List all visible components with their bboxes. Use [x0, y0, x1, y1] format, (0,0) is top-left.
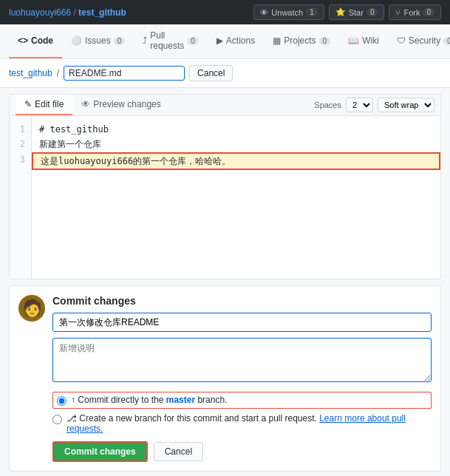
code-line-2: 新建第一个仓库 — [39, 137, 433, 152]
commit-description-textarea[interactable] — [52, 338, 432, 382]
star-icon: ⭐ — [335, 7, 346, 17]
editor-options: Spaces 2 4 Soft wrap No wrap — [314, 98, 434, 112]
pr-icon: ⤴ — [143, 35, 147, 46]
repo-actions: 👁 Unwatch 1 ⭐ Star 0 ⑂ Fork 0 — [253, 4, 441, 20]
commit-direct-option: ↑ Commit directly to the master branch. — [52, 392, 432, 409]
breadcrumb-repo[interactable]: test_github — [9, 68, 52, 78]
repo-owner[interactable]: luohuayouyi666 — [9, 7, 71, 18]
tab-pull-requests[interactable]: ⤴ Pull requests 0 — [134, 24, 208, 58]
cancel-top-button[interactable]: Cancel — [189, 65, 233, 81]
tab-security[interactable]: 🛡 Security 0 — [388, 24, 450, 58]
tab-edit-file[interactable]: ✎ Edit file — [16, 95, 72, 115]
code-line-3: 这是luohuayouyi666的第一个仓库，哈哈哈。 — [32, 152, 440, 170]
tab-actions[interactable]: ▶ Actions — [208, 24, 264, 58]
breadcrumb-bar: test_github / Cancel — [0, 59, 450, 88]
star-button[interactable]: ⭐ Star 0 — [329, 4, 385, 20]
fork-button[interactable]: ⑂ Fork 0 — [389, 4, 441, 20]
projects-icon: ▦ — [273, 35, 281, 46]
commit-section: 🧑 Commit changes ↑ Commit directly to th… — [9, 285, 441, 472]
commit-form: Commit changes ↑ Commit directly to the … — [52, 295, 432, 462]
commit-changes-button[interactable]: Commit changes — [52, 441, 148, 462]
tab-preview-changes[interactable]: 👁 Preview changes — [72, 95, 169, 115]
tab-issues[interactable]: ⚪ Issues 0 — [62, 24, 134, 58]
issues-icon: ⚪ — [71, 35, 82, 46]
code-area: 1 2 3 # test_github 新建第一个仓库 这是luohuayouy… — [10, 116, 440, 279]
code-line-1: # test_github — [39, 122, 433, 137]
actions-icon: ▶ — [217, 35, 223, 46]
file-name-input[interactable] — [64, 66, 185, 81]
tab-projects[interactable]: ▦ Projects 0 — [264, 24, 339, 58]
cancel-button[interactable]: Cancel — [154, 442, 203, 461]
commit-new-branch-option: ⎇ Create a new branch for this commit an… — [52, 413, 432, 434]
commit-section-inner: 🧑 Commit changes ↑ Commit directly to th… — [18, 295, 432, 462]
direct-branch-icon: ↑ — [71, 395, 75, 405]
security-icon: 🛡 — [397, 35, 406, 46]
branch-name: master — [166, 395, 195, 405]
commit-direct-radio[interactable] — [57, 396, 67, 406]
unwatch-button[interactable]: 👁 Unwatch 1 — [253, 4, 324, 20]
commit-message-input[interactable] — [52, 313, 432, 332]
commit-new-branch-radio[interactable] — [52, 415, 62, 424]
unwatch-count: 1 — [306, 8, 318, 16]
fork-icon: ⑂ — [395, 8, 400, 17]
star-count: 0 — [367, 8, 378, 16]
tab-wiki[interactable]: 📖 Wiki — [339, 24, 388, 58]
repo-name[interactable]: test_github — [78, 7, 126, 18]
indent-select[interactable]: 2 4 — [346, 98, 373, 112]
nav-tabs: <> Code ⚪ Issues 0 ⤴ Pull requests 0 ▶ A… — [0, 24, 450, 59]
editor-container: ✎ Edit file 👁 Preview changes Spaces 2 4… — [9, 94, 441, 279]
commit-actions: Commit changes Cancel — [52, 441, 432, 462]
line-numbers: 1 2 3 — [10, 116, 32, 279]
preview-icon: 👁 — [81, 99, 90, 109]
editor-tabs: ✎ Edit file 👁 Preview changes Spaces 2 4… — [10, 95, 440, 116]
wrap-select[interactable]: Soft wrap No wrap — [378, 98, 434, 112]
edit-icon: ✎ — [24, 99, 32, 109]
wiki-icon: 📖 — [348, 35, 359, 46]
code-icon: <> — [18, 35, 28, 46]
eye-icon: 👁 — [260, 8, 268, 17]
breadcrumb-sep: / — [57, 68, 59, 78]
top-bar: luohuayouyi666 / test_github 👁 Unwatch 1… — [0, 0, 450, 24]
repo-path: luohuayouyi666 / test_github — [9, 7, 126, 18]
commit-options: ↑ Commit directly to the master branch. … — [52, 392, 432, 434]
tab-code[interactable]: <> Code — [9, 24, 62, 58]
code-content[interactable]: # test_github 新建第一个仓库 这是luohuayouyi666的第… — [32, 116, 440, 279]
branch-icon: ⎇ — [67, 413, 77, 424]
commit-title: Commit changes — [52, 295, 432, 307]
avatar: 🧑 — [18, 295, 45, 322]
fork-count: 0 — [423, 8, 434, 16]
